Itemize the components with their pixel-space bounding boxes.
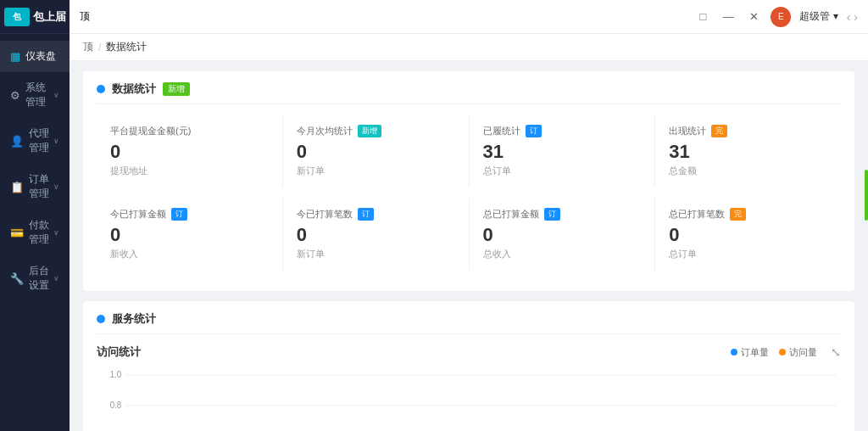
sidebar-item-agent[interactable]: 👤 代理管理 ∨ [0, 118, 70, 164]
section-header: 数据统计 新增 [97, 81, 841, 104]
stat-badge: 订 [526, 125, 542, 137]
sidebar-item-order[interactable]: 📋 订单管理 ∨ [0, 164, 70, 210]
sidebar-item-label: 代理管理 [29, 126, 53, 155]
section-badge: 新增 [163, 82, 190, 96]
stat-item-today-count: 今已打算笔数 订 0 新订单 [283, 198, 469, 271]
main-area: 顶 □ — ✕ E 超级管 ▾ ‹ › 顶 / 数据统计 数据统计 [70, 0, 868, 431]
breadcrumb-current: 数据统计 [106, 40, 147, 54]
stat-item-withdraw: 平台提现金金额(元) 0 提现地址 [97, 115, 282, 188]
stat-sub: 总金额 [669, 165, 827, 177]
stat-item-total-count: 总已打算笔数 完 0 总订单 [655, 198, 841, 271]
breadcrumb-separator: / [98, 42, 101, 53]
stat-sub: 新订单 [297, 248, 455, 260]
stat-badge: 订 [358, 208, 374, 221]
stat-item-monthly: 今月次均统计 新增 0 新订单 [283, 115, 469, 188]
stat-label: 总已打算金额 订 [483, 208, 642, 221]
stat-label: 总已打算笔数 完 [669, 208, 827, 221]
stat-value: 0 [483, 226, 642, 244]
sidebar-item-label: 订单管理 [29, 172, 53, 201]
topbar-title: 顶 [80, 9, 90, 24]
agent-icon: 👤 [10, 135, 24, 148]
stat-value: 0 [110, 226, 269, 244]
chevron-down-icon: ∨ [53, 137, 59, 145]
order-icon: 📋 [10, 181, 24, 193]
stat-badge: 完 [711, 125, 727, 137]
stat-value: 0 [297, 143, 455, 161]
backend-icon: 🔧 [10, 272, 24, 285]
sidebar-item-label: 仪表盘 [25, 49, 56, 64]
restore-button[interactable]: □ [694, 8, 711, 25]
breadcrumb: 顶 / 数据统计 [70, 34, 868, 61]
stat-item-today-amount: 今已打算金额 订 0 新收入 [97, 198, 282, 271]
stat-value: 31 [483, 143, 642, 161]
sidebar-item-backend[interactable]: 🔧 后台设置 ∨ [0, 255, 70, 301]
chevron-down-icon: ∨ [53, 91, 59, 99]
system-icon: ⚙ [10, 89, 20, 102]
chart-section-header: 服务统计 [97, 311, 841, 334]
logo-icon: 包 [4, 8, 30, 26]
stat-sub: 总收入 [483, 248, 642, 260]
stat-badge: 完 [730, 208, 746, 221]
chevron-down-icon: ∨ [53, 182, 59, 191]
stat-sub: 新订单 [297, 165, 455, 177]
chevron-down-icon: ∨ [53, 274, 59, 283]
stat-label: 已履统计 订 [483, 125, 642, 137]
sidebar-item-label: 付款管理 [29, 218, 53, 247]
logo-area: 包 包上届 [0, 0, 70, 34]
stat-value: 0 [297, 226, 455, 244]
topbar-right: □ — ✕ E 超级管 ▾ ‹ › [694, 7, 858, 27]
dashboard-icon: ▦ [10, 50, 20, 63]
scrollbar-indicator [865, 170, 868, 221]
chart-area: 0 0.2 0.4 0.6 0.8 1.0 [97, 367, 841, 431]
nav-next-button[interactable]: › [854, 10, 858, 24]
logo-text: 包上届 [33, 9, 66, 25]
stat-label: 出现统计 完 [669, 125, 827, 137]
chevron-down-icon: ∨ [53, 228, 59, 237]
sidebar-item-label: 系统管理 [25, 81, 53, 109]
stat-badge: 新增 [358, 125, 381, 137]
stat-value: 0 [110, 143, 269, 161]
svg-text:0.8: 0.8 [110, 400, 122, 410]
chart-section-title: 服务统计 [112, 311, 156, 327]
chart-title-area: 访问统计 [97, 344, 141, 360]
chart-title: 访问统计 [97, 344, 141, 360]
svg-text:1.0: 1.0 [110, 370, 122, 379]
stat-badge: 订 [171, 208, 187, 221]
sidebar-item-system[interactable]: ⚙ 系统管理 ∨ [0, 72, 70, 118]
payment-icon: 💳 [10, 227, 24, 239]
legend-item-visit: 访问量 [779, 346, 817, 359]
section-title: 数据统计 [112, 81, 156, 97]
stat-label: 今已打算金额 订 [110, 208, 269, 221]
chart-header: 访问统计 订单量 访问量 ⤡ [97, 344, 841, 360]
stat-value: 31 [669, 143, 827, 161]
stat-item-total-amount: 总已打算金额 订 0 总收入 [470, 198, 655, 271]
stat-label: 平台提现金金额(元) [110, 125, 269, 137]
close-button[interactable]: ✕ [745, 8, 762, 25]
breadcrumb-home[interactable]: 顶 [83, 40, 93, 54]
data-stats-card: 数据统计 新增 平台提现金金额(元) 0 提现地址 今月次均统计 新增 [83, 71, 854, 291]
user-avatar: E [771, 7, 791, 27]
legend-dot-visit [779, 349, 786, 355]
expand-icon[interactable]: ⤡ [831, 345, 841, 359]
nav-prev-button[interactable]: ‹ [847, 10, 851, 24]
user-name[interactable]: 超级管 ▾ [799, 9, 837, 24]
sidebar-item-payment[interactable]: 💳 付款管理 ∨ [0, 210, 70, 255]
topbar: 顶 □ — ✕ E 超级管 ▾ ‹ › [70, 0, 868, 34]
stats-grid-row1: 平台提现金金额(元) 0 提现地址 今月次均统计 新增 0 新订单 已履统计 [97, 115, 841, 188]
stat-item-appear: 出现统计 完 31 总金额 [655, 115, 841, 188]
stat-label: 今已打算笔数 订 [297, 208, 455, 221]
minimize-button[interactable]: — [720, 8, 737, 25]
legend-label-order: 订单量 [741, 346, 769, 359]
stat-sub: 新收入 [110, 248, 269, 260]
sidebar-item-dashboard[interactable]: ▦ 仪表盘 [0, 41, 70, 72]
chart-legend: 订单量 访问量 [731, 346, 817, 359]
stats-grid-row2: 今已打算金额 订 0 新收入 今已打算笔数 订 0 新订单 总已 [97, 198, 841, 271]
sidebar-item-label: 后台设置 [29, 264, 53, 293]
content-area: 数据统计 新增 平台提现金金额(元) 0 提现地址 今月次均统计 新增 [70, 61, 868, 431]
section-dot-icon [97, 315, 105, 323]
stat-sub: 总订单 [483, 165, 642, 177]
legend-label-visit: 访问量 [789, 346, 817, 359]
nav-arrows: ‹ › [847, 10, 858, 24]
legend-dot-order [731, 349, 737, 355]
stat-badge: 订 [544, 208, 560, 221]
